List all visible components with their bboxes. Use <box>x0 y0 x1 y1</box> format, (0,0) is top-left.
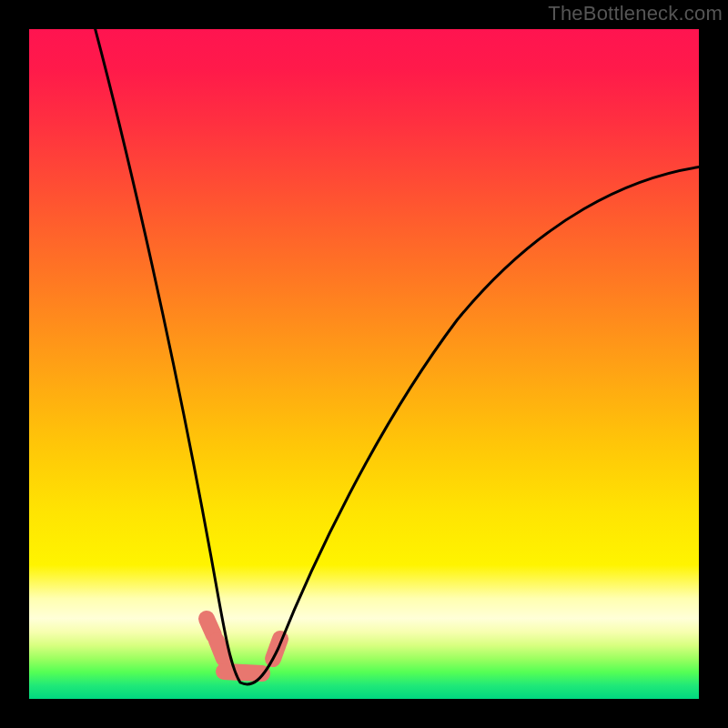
plot-area <box>29 29 699 699</box>
chart-frame: TheBottleneck.com <box>0 0 728 728</box>
bottleneck-curve <box>93 29 699 684</box>
curve-layer <box>29 29 699 699</box>
watermark-text: TheBottleneck.com <box>548 2 723 25</box>
